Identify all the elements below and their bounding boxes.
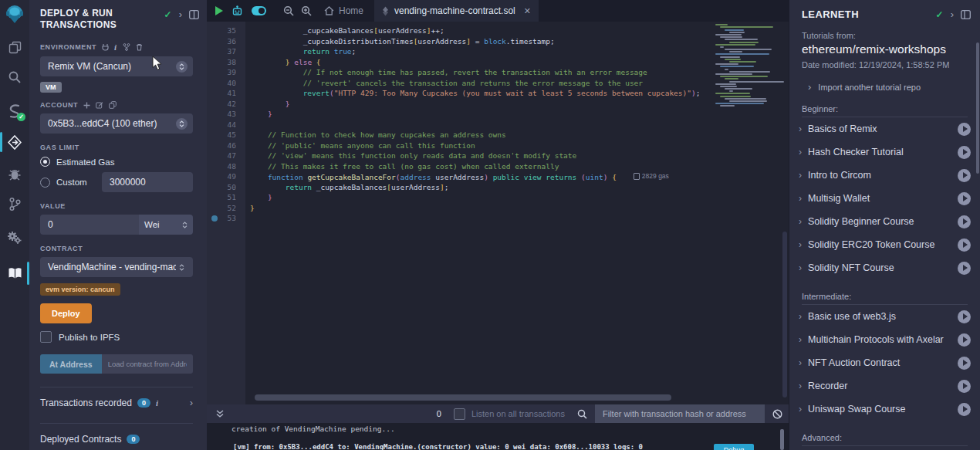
line-number[interactable]: 46 <box>207 140 241 151</box>
value-unit-select[interactable]: Wei <box>139 215 193 235</box>
plug-icon[interactable] <box>102 43 109 51</box>
line-number[interactable]: 52 <box>207 203 241 214</box>
start-tutorial-play-button[interactable] <box>958 146 971 159</box>
start-tutorial-play-button[interactable] <box>958 333 971 347</box>
code-line[interactable]: 49 function getCupcakeBalanceFor(address… <box>207 171 732 182</box>
start-tutorial-play-button[interactable] <box>958 215 971 228</box>
start-tutorial-play-button[interactable] <box>958 239 971 252</box>
delete-environment-icon[interactable] <box>136 43 143 51</box>
start-tutorial-play-button[interactable] <box>958 403 971 416</box>
tutorial-item[interactable]: ›Basics of Remix <box>789 117 980 140</box>
add-account-icon[interactable] <box>83 102 90 109</box>
editor-horizontal-scrollbar[interactable] <box>255 394 671 401</box>
learneth-chevron-icon[interactable]: › <box>951 11 954 19</box>
line-number[interactable]: 45 <box>207 130 241 140</box>
environment-select[interactable]: Remix VM (Cancun) <box>40 56 193 76</box>
code-line[interactable]: 36 _cupcakeDistributionTimes[userAddress… <box>207 36 732 47</box>
sidebar-item-file-explorer[interactable] <box>0 36 29 59</box>
tutorial-item[interactable]: ›All about Proxy Contracts <box>789 446 980 450</box>
line-number[interactable]: 47 <box>207 151 241 161</box>
collapse-terminal-button[interactable] <box>215 409 225 418</box>
code-line[interactable]: 52} <box>207 203 732 214</box>
run-script-button[interactable] <box>215 6 223 15</box>
tutorial-item[interactable]: ›Hash Checker Tutorial <box>789 140 980 164</box>
line-number[interactable]: 41 <box>207 88 241 99</box>
at-address-button[interactable]: At Address <box>40 354 102 374</box>
custom-gas-radio[interactable] <box>40 178 50 188</box>
start-tutorial-play-button[interactable] <box>958 169 971 182</box>
sidebar-item-plugin-manager[interactable] <box>0 226 29 249</box>
tutorial-item[interactable]: ›Multisig Wallet <box>789 187 980 210</box>
line-number[interactable]: 36 <box>207 36 241 47</box>
code-line[interactable]: 50 return _cupcakeBalances[userAddress]; <box>207 182 732 193</box>
at-address-input[interactable] <box>102 354 193 374</box>
sidebar-item-source-control[interactable] <box>0 192 29 215</box>
editor-minimap[interactable] <box>714 23 780 107</box>
zoom-in-button[interactable] <box>301 5 312 16</box>
tab-home[interactable]: Home <box>324 5 363 16</box>
line-number[interactable]: 51 <box>207 192 241 203</box>
value-input[interactable] <box>40 215 139 235</box>
line-number[interactable]: 44 <box>207 120 241 130</box>
line-number[interactable]: 50 <box>207 182 241 193</box>
expand-transactions-icon[interactable]: › <box>190 399 193 407</box>
line-number[interactable]: 48 <box>207 161 241 172</box>
fork-state-icon[interactable] <box>123 43 130 51</box>
panel-layout-icon[interactable] <box>189 10 199 19</box>
tutorial-item[interactable]: ›NFT Auction Contract <box>789 351 980 374</box>
code-line[interactable]: 41 revert("HTTP 429: Too Many Cupcakes (… <box>207 88 732 99</box>
terminal-filter-input[interactable] <box>595 404 765 423</box>
start-tutorial-play-button[interactable] <box>958 380 971 393</box>
code-line[interactable]: 51 } <box>207 192 732 203</box>
publish-ipfs-checkbox[interactable] <box>40 331 52 343</box>
import-tutorial-repo[interactable]: › Import another tutorial repo <box>789 69 980 92</box>
start-tutorial-play-button[interactable] <box>958 310 971 323</box>
learneth-layout-icon[interactable] <box>961 10 971 19</box>
start-tutorial-play-button[interactable] <box>958 262 971 275</box>
start-tutorial-play-button[interactable] <box>958 123 971 136</box>
start-tutorial-play-button[interactable] <box>958 357 971 370</box>
line-number[interactable]: 39 <box>207 67 241 78</box>
debug-button[interactable]: Debug <box>714 444 754 450</box>
remix-logo[interactable] <box>0 0 29 29</box>
sidebar-item-learneth[interactable] <box>0 262 29 285</box>
sidebar-item-solidity-compiler[interactable]: ✓ <box>0 100 29 123</box>
estimated-gas-option[interactable]: Estimated Gas <box>40 157 193 167</box>
close-tab-icon[interactable]: ✕ <box>524 6 531 16</box>
tutorial-item[interactable]: ›Solidity NFT Course <box>789 256 980 279</box>
code-line[interactable]: 40 // 'revert' cancels the transaction a… <box>207 78 732 89</box>
breakpoint-dot[interactable] <box>211 215 218 222</box>
zoom-out-button[interactable] <box>283 5 294 16</box>
code-line[interactable]: 42 } <box>207 99 732 110</box>
account-select[interactable]: 0x5B3...eddC4 (100 ether) <box>40 113 193 134</box>
learneth-scrollbar[interactable] <box>976 42 979 174</box>
line-number[interactable]: 43 <box>207 109 241 120</box>
listen-all-checkbox[interactable] <box>454 408 465 420</box>
publish-ipfs-option[interactable]: Publish to IPFS <box>40 331 193 343</box>
code-line[interactable]: 39 // If not enough time has passed, rev… <box>207 67 732 78</box>
copy-account-icon[interactable] <box>109 101 117 109</box>
line-number[interactable]: 42 <box>207 99 241 110</box>
ai-copilot-button[interactable] <box>231 5 243 16</box>
line-number[interactable]: 38 <box>207 57 241 68</box>
deploy-button[interactable]: Deploy <box>40 303 92 323</box>
line-number[interactable]: 53 <box>207 213 241 224</box>
line-number[interactable]: 49 <box>207 171 241 182</box>
code-line[interactable]: 43 } <box>207 109 732 120</box>
sign-message-icon[interactable] <box>96 101 103 109</box>
transactions-info-icon[interactable]: i <box>156 398 158 408</box>
code-line[interactable]: 45 // Function to check how many cupcake… <box>207 130 732 140</box>
sidebar-item-debugger[interactable] <box>0 162 29 185</box>
code-line[interactable]: 46 // 'public' means anyone can call thi… <box>207 140 732 151</box>
line-number[interactable]: 35 <box>207 25 241 36</box>
transactions-recorded-section[interactable]: Transactions recorded 0 i › <box>40 387 193 410</box>
terminal-scrollbar[interactable] <box>780 429 784 450</box>
sidebar-item-search[interactable] <box>0 66 29 89</box>
custom-gas-input[interactable] <box>102 172 193 192</box>
panel-chevron-icon[interactable]: › <box>179 11 182 19</box>
contract-select[interactable]: VendingMachine - vending-machin <box>40 257 193 277</box>
editor-vertical-scrollbar[interactable] <box>782 232 787 398</box>
sidebar-item-deploy-run[interactable] <box>0 130 29 154</box>
code-line[interactable]: 38 } else { <box>207 57 732 68</box>
tab-file-active[interactable]: vending-machine-contract.sol ✕ <box>374 0 539 22</box>
